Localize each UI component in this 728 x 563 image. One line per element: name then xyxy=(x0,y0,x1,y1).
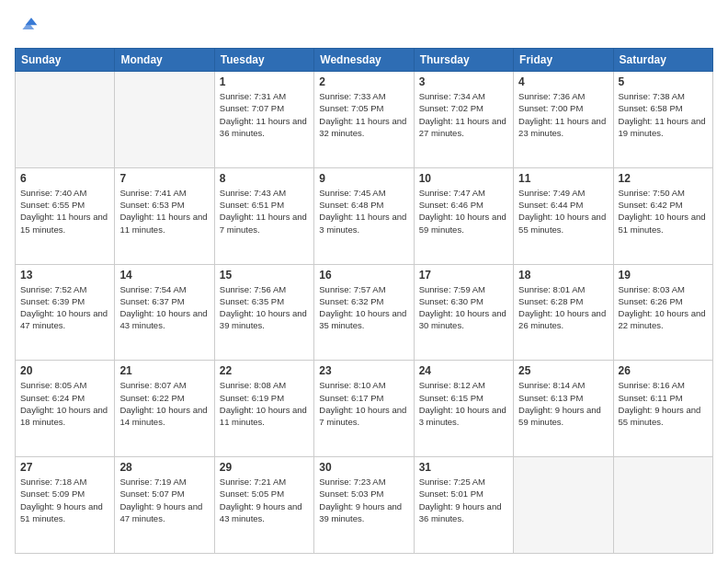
logo-icon xyxy=(17,15,39,37)
day-info: Sunrise: 7:43 AM Sunset: 6:51 PM Dayligh… xyxy=(220,187,309,236)
day-number: 1 xyxy=(220,75,309,88)
logo xyxy=(15,15,39,40)
calendar-cell: 7Sunrise: 7:41 AM Sunset: 6:53 PM Daylig… xyxy=(115,167,214,264)
calendar-cell: 25Sunrise: 8:14 AM Sunset: 6:13 PM Dayli… xyxy=(514,361,613,457)
day-info: Sunrise: 8:08 AM Sunset: 6:19 PM Dayligh… xyxy=(220,379,309,428)
day-info: Sunrise: 7:19 AM Sunset: 5:07 PM Dayligh… xyxy=(119,476,209,524)
calendar-cell: 24Sunrise: 8:12 AM Sunset: 6:15 PM Dayli… xyxy=(414,361,513,457)
calendar-cell: 31Sunrise: 7:25 AM Sunset: 5:01 PM Dayli… xyxy=(414,457,513,554)
calendar-cell: 16Sunrise: 7:57 AM Sunset: 6:32 PM Dayli… xyxy=(314,264,414,361)
calendar-cell: 23Sunrise: 8:10 AM Sunset: 6:17 PM Dayli… xyxy=(314,361,414,457)
calendar-cell: 13Sunrise: 7:52 AM Sunset: 6:39 PM Dayli… xyxy=(16,264,115,361)
day-info: Sunrise: 7:41 AM Sunset: 6:53 PM Dayligh… xyxy=(119,187,209,236)
calendar-cell: 19Sunrise: 8:03 AM Sunset: 6:26 PM Dayli… xyxy=(613,264,712,361)
calendar-cell: 26Sunrise: 8:16 AM Sunset: 6:11 PM Dayli… xyxy=(613,361,712,457)
day-number: 15 xyxy=(220,269,309,282)
day-info: Sunrise: 8:14 AM Sunset: 6:13 PM Dayligh… xyxy=(518,379,608,428)
day-number: 25 xyxy=(518,364,608,377)
week-row-1: 1Sunrise: 7:31 AM Sunset: 7:07 PM Daylig… xyxy=(16,72,713,168)
calendar-cell: 9Sunrise: 7:45 AM Sunset: 6:48 PM Daylig… xyxy=(314,167,414,264)
day-info: Sunrise: 7:57 AM Sunset: 6:32 PM Dayligh… xyxy=(319,283,408,332)
day-info: Sunrise: 7:21 AM Sunset: 5:05 PM Dayligh… xyxy=(220,476,309,524)
calendar-cell: 14Sunrise: 7:54 AM Sunset: 6:37 PM Dayli… xyxy=(115,264,214,361)
calendar-cell: 27Sunrise: 7:18 AM Sunset: 5:09 PM Dayli… xyxy=(16,457,115,554)
calendar-cell: 3Sunrise: 7:34 AM Sunset: 7:02 PM Daylig… xyxy=(414,72,513,168)
day-number: 23 xyxy=(319,364,408,377)
weekday-header-thursday: Thursday xyxy=(414,49,513,72)
day-number: 18 xyxy=(518,269,608,282)
day-info: Sunrise: 7:38 AM Sunset: 6:58 PM Dayligh… xyxy=(619,90,708,139)
calendar-cell: 17Sunrise: 7:59 AM Sunset: 6:30 PM Dayli… xyxy=(414,264,513,361)
day-info: Sunrise: 7:54 AM Sunset: 6:37 PM Dayligh… xyxy=(119,283,209,332)
day-info: Sunrise: 7:45 AM Sunset: 6:48 PM Dayligh… xyxy=(319,187,408,236)
calendar-cell: 10Sunrise: 7:47 AM Sunset: 6:46 PM Dayli… xyxy=(414,167,513,264)
calendar-cell: 20Sunrise: 8:05 AM Sunset: 6:24 PM Dayli… xyxy=(16,361,115,457)
day-number: 21 xyxy=(119,364,209,377)
day-info: Sunrise: 8:16 AM Sunset: 6:11 PM Dayligh… xyxy=(619,379,708,428)
calendar-cell xyxy=(613,457,712,554)
page: SundayMondayTuesdayWednesdayThursdayFrid… xyxy=(0,0,728,563)
day-info: Sunrise: 7:52 AM Sunset: 6:39 PM Dayligh… xyxy=(20,283,109,332)
day-number: 17 xyxy=(419,269,508,282)
calendar-cell: 15Sunrise: 7:56 AM Sunset: 6:35 PM Dayli… xyxy=(214,264,313,361)
day-info: Sunrise: 7:25 AM Sunset: 5:01 PM Dayligh… xyxy=(419,476,508,524)
day-number: 27 xyxy=(20,461,109,474)
weekday-header-monday: Monday xyxy=(115,49,214,72)
day-info: Sunrise: 7:50 AM Sunset: 6:42 PM Dayligh… xyxy=(619,187,708,236)
day-number: 14 xyxy=(119,269,209,282)
calendar-cell: 21Sunrise: 8:07 AM Sunset: 6:22 PM Dayli… xyxy=(115,361,214,457)
day-number: 13 xyxy=(20,269,109,282)
weekday-header-saturday: Saturday xyxy=(613,49,712,72)
day-number: 5 xyxy=(619,75,708,88)
calendar-cell: 8Sunrise: 7:43 AM Sunset: 6:51 PM Daylig… xyxy=(214,167,313,264)
calendar-cell: 4Sunrise: 7:36 AM Sunset: 7:00 PM Daylig… xyxy=(514,72,613,168)
day-info: Sunrise: 7:18 AM Sunset: 5:09 PM Dayligh… xyxy=(20,476,109,524)
week-row-4: 20Sunrise: 8:05 AM Sunset: 6:24 PM Dayli… xyxy=(16,361,713,457)
weekday-header-friday: Friday xyxy=(514,49,613,72)
day-number: 3 xyxy=(419,75,508,88)
calendar: SundayMondayTuesdayWednesdayThursdayFrid… xyxy=(15,48,713,554)
day-number: 10 xyxy=(419,172,508,185)
day-info: Sunrise: 7:34 AM Sunset: 7:02 PM Dayligh… xyxy=(419,90,508,139)
day-info: Sunrise: 7:23 AM Sunset: 5:03 PM Dayligh… xyxy=(319,476,408,524)
calendar-cell: 28Sunrise: 7:19 AM Sunset: 5:07 PM Dayli… xyxy=(115,457,214,554)
day-number: 2 xyxy=(319,75,408,88)
calendar-cell: 29Sunrise: 7:21 AM Sunset: 5:05 PM Dayli… xyxy=(214,457,313,554)
calendar-cell xyxy=(514,457,613,554)
weekday-header-row: SundayMondayTuesdayWednesdayThursdayFrid… xyxy=(16,49,713,72)
day-number: 7 xyxy=(119,172,209,185)
weekday-header-wednesday: Wednesday xyxy=(314,49,414,72)
weekday-header-tuesday: Tuesday xyxy=(214,49,313,72)
day-info: Sunrise: 7:31 AM Sunset: 7:07 PM Dayligh… xyxy=(220,90,309,139)
header xyxy=(15,15,713,40)
day-number: 28 xyxy=(119,461,209,474)
day-info: Sunrise: 8:05 AM Sunset: 6:24 PM Dayligh… xyxy=(20,379,109,428)
calendar-cell: 6Sunrise: 7:40 AM Sunset: 6:55 PM Daylig… xyxy=(16,167,115,264)
weekday-header-sunday: Sunday xyxy=(16,49,115,72)
day-number: 11 xyxy=(518,172,608,185)
day-number: 29 xyxy=(220,461,309,474)
week-row-2: 6Sunrise: 7:40 AM Sunset: 6:55 PM Daylig… xyxy=(16,167,713,264)
day-number: 19 xyxy=(619,269,708,282)
day-number: 16 xyxy=(319,269,408,282)
day-info: Sunrise: 8:07 AM Sunset: 6:22 PM Dayligh… xyxy=(119,379,209,428)
day-info: Sunrise: 7:47 AM Sunset: 6:46 PM Dayligh… xyxy=(419,187,508,236)
day-number: 6 xyxy=(20,172,109,185)
calendar-cell: 12Sunrise: 7:50 AM Sunset: 6:42 PM Dayli… xyxy=(613,167,712,264)
day-info: Sunrise: 8:01 AM Sunset: 6:28 PM Dayligh… xyxy=(518,283,608,332)
day-number: 4 xyxy=(518,75,608,88)
day-number: 30 xyxy=(319,461,408,474)
day-info: Sunrise: 7:56 AM Sunset: 6:35 PM Dayligh… xyxy=(220,283,309,332)
day-number: 9 xyxy=(319,172,408,185)
day-number: 31 xyxy=(419,461,508,474)
calendar-cell xyxy=(16,72,115,168)
day-info: Sunrise: 8:03 AM Sunset: 6:26 PM Dayligh… xyxy=(619,283,708,332)
day-number: 8 xyxy=(220,172,309,185)
day-info: Sunrise: 7:36 AM Sunset: 7:00 PM Dayligh… xyxy=(518,90,608,139)
day-number: 12 xyxy=(619,172,708,185)
day-info: Sunrise: 7:33 AM Sunset: 7:05 PM Dayligh… xyxy=(319,90,408,139)
week-row-3: 13Sunrise: 7:52 AM Sunset: 6:39 PM Dayli… xyxy=(16,264,713,361)
day-number: 22 xyxy=(220,364,309,377)
day-number: 20 xyxy=(20,364,109,377)
calendar-cell: 1Sunrise: 7:31 AM Sunset: 7:07 PM Daylig… xyxy=(214,72,313,168)
